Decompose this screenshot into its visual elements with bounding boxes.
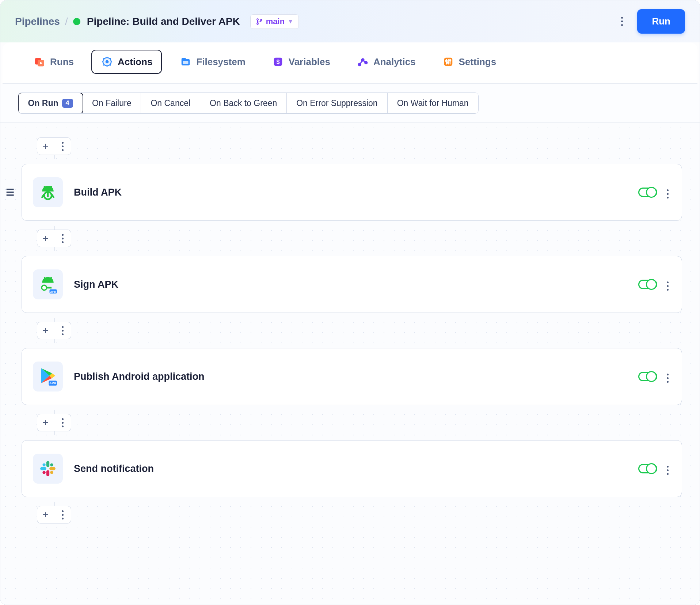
more-vertical-icon bbox=[667, 466, 669, 475]
add-action-button[interactable]: + bbox=[37, 414, 54, 431]
breadcrumb-root[interactable]: Pipelines bbox=[15, 16, 60, 27]
action-card[interactable]: APK Sign APK bbox=[22, 256, 682, 313]
svg-line-13 bbox=[110, 65, 111, 66]
actions-icon bbox=[101, 56, 113, 68]
action-icon-play-store: APK bbox=[33, 362, 63, 392]
svg-line-15 bbox=[103, 65, 104, 66]
tabs-bar: Runs Actions Filesystem $ Variables Anal… bbox=[3, 42, 697, 84]
action-more-button[interactable] bbox=[665, 184, 671, 201]
svg-rect-18 bbox=[183, 61, 189, 64]
action-enabled-toggle[interactable] bbox=[638, 280, 657, 289]
svg-point-29 bbox=[448, 62, 449, 64]
run-button[interactable]: Run bbox=[637, 9, 685, 34]
add-action-more-button[interactable] bbox=[54, 230, 71, 247]
tab-actions[interactable]: Actions bbox=[91, 50, 162, 74]
action-card[interactable]: APK Publish Android application bbox=[22, 348, 682, 405]
svg-point-1 bbox=[257, 23, 258, 24]
tab-runs[interactable]: Runs bbox=[24, 50, 83, 73]
svg-point-51 bbox=[50, 463, 53, 466]
card-controls bbox=[638, 184, 671, 201]
add-action-row: + bbox=[22, 134, 682, 159]
tab-filesystem[interactable]: Filesystem bbox=[171, 50, 254, 73]
action-more-button[interactable] bbox=[665, 368, 671, 385]
event-tab-label: On Cancel bbox=[151, 98, 190, 108]
more-vertical-icon bbox=[667, 189, 669, 198]
add-action-button[interactable]: + bbox=[37, 138, 54, 155]
svg-point-30 bbox=[449, 60, 451, 61]
add-action-more-button[interactable] bbox=[54, 506, 71, 523]
more-vertical-icon bbox=[62, 142, 64, 151]
event-tab-on-error-suppression[interactable]: On Error Suppression bbox=[287, 93, 387, 113]
add-action-box: + bbox=[37, 230, 71, 247]
svg-rect-49 bbox=[40, 467, 46, 470]
svg-text:APK: APK bbox=[49, 381, 57, 385]
variables-icon: $ bbox=[272, 56, 284, 68]
svg-line-14 bbox=[110, 58, 111, 59]
event-tab-label: On Error Suppression bbox=[296, 98, 377, 108]
svg-rect-46 bbox=[46, 461, 49, 467]
add-action-row: + bbox=[22, 226, 682, 251]
tab-analytics[interactable]: Analytics bbox=[348, 50, 425, 73]
action-enabled-toggle[interactable] bbox=[638, 188, 657, 197]
tab-label: Filesystem bbox=[196, 56, 245, 68]
more-vertical-icon bbox=[667, 374, 669, 383]
branch-icon bbox=[256, 18, 263, 25]
event-tabs: On Run 4 On Failure On Cancel On Back to… bbox=[18, 92, 479, 114]
analytics-icon bbox=[357, 56, 369, 68]
svg-point-7 bbox=[106, 60, 109, 64]
action-title: Sign APK bbox=[74, 279, 627, 290]
add-action-button[interactable]: + bbox=[37, 322, 54, 339]
event-tab-on-cancel[interactable]: On Cancel bbox=[141, 93, 200, 113]
add-action-row: + bbox=[22, 502, 682, 527]
svg-point-53 bbox=[42, 471, 45, 474]
svg-point-2 bbox=[260, 19, 262, 20]
add-action-button[interactable]: + bbox=[37, 230, 54, 247]
action-enabled-toggle[interactable] bbox=[638, 372, 657, 381]
caret-down-icon: ▼ bbox=[288, 18, 293, 25]
card-controls bbox=[638, 368, 671, 385]
header: Pipelines / Pipeline: Build and Deliver … bbox=[0, 0, 700, 42]
tab-settings[interactable]: Settings bbox=[433, 50, 505, 73]
svg-point-21 bbox=[358, 63, 361, 65]
tab-label: Runs bbox=[50, 56, 74, 68]
svg-text:APK: APK bbox=[50, 290, 56, 294]
action-card[interactable]: Send notification bbox=[22, 440, 682, 497]
add-action-more-button[interactable] bbox=[54, 414, 71, 431]
svg-line-12 bbox=[103, 58, 104, 59]
tab-label: Actions bbox=[118, 56, 152, 68]
event-tab-on-back-to-green[interactable]: On Back to Green bbox=[200, 93, 287, 113]
action-more-button[interactable] bbox=[665, 276, 671, 293]
tab-label: Settings bbox=[459, 56, 497, 68]
status-dot-icon bbox=[73, 18, 80, 25]
branch-selector[interactable]: main ▼ bbox=[250, 14, 299, 29]
pipeline-canvas[interactable]: + ☰ bbox=[0, 123, 700, 605]
add-action-box: + bbox=[37, 414, 71, 431]
header-more-button[interactable] bbox=[612, 12, 631, 31]
svg-point-28 bbox=[446, 60, 447, 62]
action-icon-android-sign: APK bbox=[33, 269, 63, 299]
card-controls bbox=[638, 460, 671, 477]
add-action-more-button[interactable] bbox=[54, 138, 71, 155]
add-action-button[interactable]: + bbox=[37, 506, 54, 523]
add-action-row: + bbox=[22, 410, 682, 435]
svg-rect-48 bbox=[46, 470, 49, 476]
breadcrumb: Pipelines / Pipeline: Build and Deliver … bbox=[15, 14, 299, 29]
svg-rect-47 bbox=[49, 467, 56, 470]
tab-variables[interactable]: $ Variables bbox=[263, 50, 339, 73]
event-tab-on-run[interactable]: On Run 4 bbox=[18, 92, 83, 114]
action-card[interactable]: ☰ Build APK bbox=[22, 164, 682, 221]
action-flow: + ☰ bbox=[22, 134, 682, 527]
pipeline-title: Pipeline: Build and Deliver APK bbox=[87, 16, 240, 27]
action-more-button[interactable] bbox=[665, 460, 671, 477]
svg-rect-37 bbox=[46, 287, 52, 289]
tab-label: Variables bbox=[289, 56, 330, 68]
drag-handle-icon[interactable]: ☰ bbox=[6, 187, 14, 198]
tab-label: Analytics bbox=[373, 56, 416, 68]
action-enabled-toggle[interactable] bbox=[638, 464, 657, 473]
add-action-more-button[interactable] bbox=[54, 322, 71, 339]
filesystem-icon bbox=[179, 56, 192, 68]
event-tab-on-failure[interactable]: On Failure bbox=[83, 93, 141, 113]
event-tab-on-wait-for-human[interactable]: On Wait for Human bbox=[388, 93, 478, 113]
svg-text:$: $ bbox=[276, 58, 279, 65]
event-tab-label: On Run bbox=[28, 98, 58, 108]
